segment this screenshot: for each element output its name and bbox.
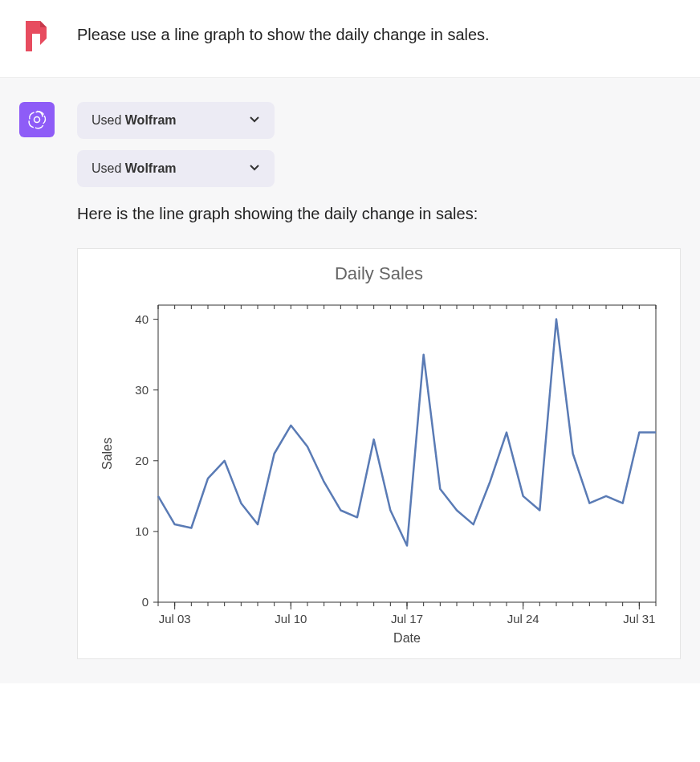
assistant-response-text: Here is the line graph showing the daily… <box>77 202 681 226</box>
svg-text:Jul 10: Jul 10 <box>275 612 307 625</box>
svg-text:Sales: Sales <box>100 438 114 470</box>
svg-text:0: 0 <box>142 595 149 609</box>
tool-pill-row: Used Wolfram <box>77 150 681 187</box>
assistant-content: Used Wolfram Used Wolfram Here is the li… <box>77 102 681 659</box>
user-logo-icon <box>22 19 51 51</box>
chevron-down-icon <box>249 162 260 176</box>
chart-card: Daily Sales 010203040Jul 03Jul 10Jul 17J… <box>77 248 681 659</box>
svg-text:10: 10 <box>135 524 149 538</box>
chart-title: Daily Sales <box>86 263 672 284</box>
svg-text:Jul 03: Jul 03 <box>159 612 191 625</box>
tool-used-pill[interactable]: Used Wolfram <box>77 102 275 139</box>
user-message-row: Please use a line graph to show the dail… <box>0 0 700 78</box>
svg-text:30: 30 <box>135 383 149 397</box>
svg-text:20: 20 <box>135 454 149 467</box>
svg-point-0 <box>35 117 40 123</box>
svg-text:Jul 24: Jul 24 <box>507 612 539 625</box>
line-chart: 010203040Jul 03Jul 10Jul 17Jul 24Jul 31D… <box>86 289 672 650</box>
svg-text:40: 40 <box>135 312 149 326</box>
tool-used-pill[interactable]: Used Wolfram <box>77 150 275 187</box>
pill-label: Used Wolfram <box>92 161 177 176</box>
tool-pill-row: Used Wolfram <box>77 102 681 139</box>
svg-text:Jul 17: Jul 17 <box>391 612 423 625</box>
user-content: Please use a line graph to show the dail… <box>77 18 681 47</box>
assistant-message-row: Used Wolfram Used Wolfram Here is the li… <box>0 78 700 683</box>
user-prompt-text: Please use a line graph to show the dail… <box>77 18 681 47</box>
pill-label: Used Wolfram <box>92 113 177 128</box>
openai-logo-icon <box>26 108 48 131</box>
svg-text:Jul 31: Jul 31 <box>623 612 655 625</box>
chevron-down-icon <box>249 114 260 128</box>
svg-text:Date: Date <box>393 631 421 645</box>
assistant-avatar <box>19 102 55 137</box>
user-avatar <box>19 18 55 53</box>
